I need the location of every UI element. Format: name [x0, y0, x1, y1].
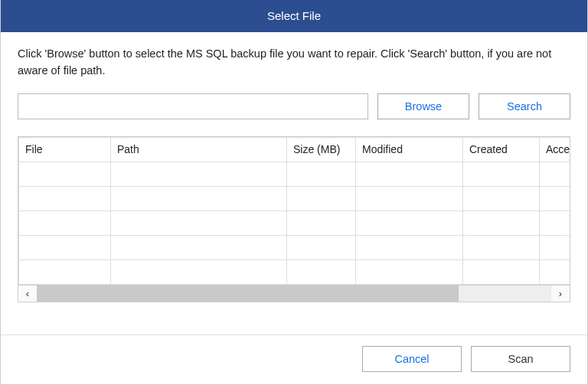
col-header-modified[interactable]: Modified — [356, 137, 463, 162]
col-header-file[interactable]: File — [19, 137, 111, 162]
dialog-title: Select File — [1, 0, 587, 32]
table-row[interactable] — [19, 162, 571, 186]
dialog-content: Click 'Browse' button to select the MS S… — [1, 32, 587, 334]
col-header-size[interactable]: Size (MB) — [287, 137, 356, 162]
instructions-text: Click 'Browse' button to select the MS S… — [18, 46, 570, 80]
table-row[interactable] — [19, 210, 571, 235]
browse-button[interactable]: Browse — [377, 93, 469, 119]
scroll-track[interactable] — [37, 285, 551, 302]
table-row[interactable] — [19, 259, 571, 284]
horizontal-scrollbar[interactable]: ‹ › — [18, 285, 570, 302]
scan-button[interactable]: Scan — [471, 346, 570, 372]
col-header-created[interactable]: Created — [463, 137, 540, 162]
cancel-button[interactable]: Cancel — [362, 346, 462, 372]
file-path-input[interactable] — [18, 93, 368, 119]
dialog-footer: Cancel Scan — [1, 334, 587, 384]
results-table-wrap: File Path Size (MB) Modified Created Acc… — [18, 136, 570, 285]
table-row[interactable] — [19, 235, 571, 259]
chevron-right-icon: › — [559, 288, 562, 299]
scroll-thumb[interactable] — [37, 285, 459, 302]
col-header-accessed[interactable]: Acce — [540, 137, 571, 162]
search-button[interactable]: Search — [479, 93, 570, 119]
chevron-left-icon: ‹ — [26, 288, 29, 299]
scroll-right-button[interactable]: › — [551, 285, 570, 302]
select-file-dialog: Select File Click 'Browse' button to sel… — [0, 0, 588, 385]
col-header-path[interactable]: Path — [111, 137, 287, 162]
results-table: File Path Size (MB) Modified Created Acc… — [18, 137, 570, 285]
table-header-row: File Path Size (MB) Modified Created Acc… — [19, 137, 571, 162]
table-body — [19, 162, 571, 284]
path-row: Browse Search — [18, 93, 570, 119]
table-row[interactable] — [19, 186, 571, 210]
scroll-left-button[interactable]: ‹ — [18, 285, 37, 302]
